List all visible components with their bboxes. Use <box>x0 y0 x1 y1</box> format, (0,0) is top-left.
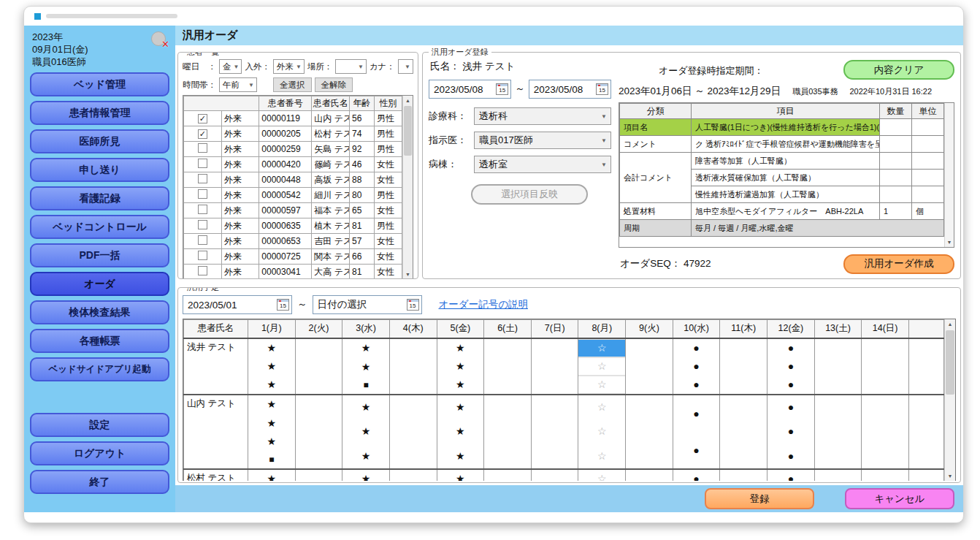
sidebar-item-bed-control[interactable]: ベッドコントロール <box>30 215 169 239</box>
row-checkbox[interactable] <box>198 251 207 260</box>
schedule-date-to-input[interactable]: 日付の選択 15 <box>313 295 422 314</box>
calendar-day-cell[interactable]: ☆ <box>578 469 626 482</box>
calendar-day-cell[interactable]: ★★■ <box>342 338 390 395</box>
order-date-from-input[interactable]: 2023/05/08 15 <box>429 80 511 99</box>
row-checkbox[interactable]: ✓ <box>198 114 207 123</box>
scroll-down-icon[interactable]: ▼ <box>945 237 954 247</box>
calendar-day-cell[interactable]: ★ <box>248 469 296 482</box>
calendar-day-cell[interactable] <box>720 469 767 482</box>
sidebar-item-forms[interactable]: 各種帳票 <box>30 329 169 353</box>
calendar-day-cell[interactable]: ☆☆☆ <box>578 395 626 469</box>
kana-filter-select[interactable]: ▼ <box>398 59 413 74</box>
patient-row[interactable]: 外来00000542細川 テスト80男性 <box>184 188 402 203</box>
department-select[interactable]: 透析科▼ <box>474 107 611 125</box>
calendar-day-cell[interactable] <box>389 395 437 469</box>
detail-scrollbar[interactable]: ▼ <box>944 103 954 247</box>
scroll-down-icon[interactable]: ▼ <box>403 270 413 279</box>
calendar-icon[interactable]: 15 <box>407 299 419 311</box>
calendar-day-cell[interactable] <box>862 338 909 395</box>
row-checkbox[interactable] <box>198 220 207 229</box>
calendar-day-cell[interactable] <box>531 338 578 395</box>
calendar-cell[interactable]: ☆ <box>578 357 625 376</box>
sidebar-item-handover[interactable]: 申し送り <box>30 158 169 182</box>
calendar-day-cell[interactable] <box>531 469 578 482</box>
patient-row[interactable]: 外来00000653吉田 テスト57女性 <box>184 234 402 249</box>
cancel-button[interactable]: キャンセル <box>845 488 954 509</box>
patient-row[interactable]: 外来00000259矢島 テスト92男性 <box>184 142 402 157</box>
calendar-cell-selected[interactable]: ☆ <box>578 339 625 357</box>
ward-select[interactable]: 透析室▼ <box>474 156 611 173</box>
row-checkbox[interactable] <box>198 205 207 214</box>
row-checkbox[interactable] <box>198 159 207 168</box>
sidebar-item-doctor-findings[interactable]: 医師所見 <box>30 129 169 153</box>
sidebar-item-patient-info[interactable]: 患者情報管理 <box>30 101 169 125</box>
patient-row[interactable]: 外来00003041大高 テスト81女性 <box>184 265 402 280</box>
calendar-day-cell[interactable] <box>295 469 342 482</box>
calendar-day-cell[interactable] <box>626 338 673 395</box>
sidebar-item-specimen-results[interactable]: 検体検査結果 <box>30 300 169 324</box>
row-checkbox[interactable] <box>198 174 207 183</box>
calendar-cell[interactable]: ☆ <box>578 376 625 394</box>
register-button[interactable]: 登録 <box>705 488 814 509</box>
calendar-day-cell[interactable]: ●●● <box>767 338 815 395</box>
calendar-day-cell[interactable] <box>484 469 532 482</box>
calendar-day-cell[interactable] <box>484 395 532 469</box>
calendar-day-cell[interactable]: ★★★ <box>342 395 390 469</box>
patient-row[interactable]: ✓外来00000205松村 テスト74男性 <box>184 126 402 142</box>
scrollbar-thumb[interactable] <box>404 106 412 156</box>
calendar-day-cell[interactable] <box>862 395 909 469</box>
sidebar-item-order[interactable]: オーダ <box>30 272 169 296</box>
sidebar-item-bedside-app[interactable]: ベッドサイドアプリ起動 <box>30 357 169 381</box>
calendar-day-cell[interactable]: ★★★ <box>248 338 296 395</box>
calendar-day-cell[interactable]: ●●● <box>767 395 815 469</box>
calendar-day-cell[interactable] <box>814 395 862 469</box>
row-checkbox[interactable] <box>198 266 207 275</box>
row-checkbox[interactable] <box>198 189 207 199</box>
patient-row[interactable]: 外来00000635植木 テスト81男性 <box>184 218 402 234</box>
calendar-day-cell[interactable]: ★ <box>437 469 484 482</box>
patient-row[interactable]: 外来00000448高坂 テスト88女性 <box>184 172 402 188</box>
calendar-day-cell[interactable]: ★★★■ <box>248 395 296 469</box>
calendar-day-cell[interactable]: ●● <box>673 395 720 469</box>
time-filter-select[interactable]: 午前▼ <box>219 77 257 92</box>
scroll-down-icon[interactable]: ▼ <box>945 471 955 481</box>
sidebar-item-settings[interactable]: 設定 <box>30 413 169 437</box>
row-checkbox[interactable] <box>198 235 207 245</box>
clear-content-button[interactable]: 内容クリア <box>843 60 954 80</box>
sidebar-item-logout[interactable]: ログアウト <box>30 441 169 465</box>
sidebar-item-nursing-record[interactable]: 看護記録 <box>30 186 169 210</box>
calendar-day-cell[interactable]: ● <box>673 469 720 482</box>
calendar-day-cell[interactable] <box>389 338 437 395</box>
calendar-scrollbar[interactable]: ▲ ▼ <box>944 319 955 481</box>
calendar-day-cell[interactable] <box>531 395 578 469</box>
sidebar-item-pdf-batch[interactable]: PDF一括 <box>30 243 169 267</box>
calendar-day-cell[interactable] <box>862 469 909 482</box>
clear-all-button[interactable]: 全解除 <box>315 77 353 92</box>
calendar-day-cell[interactable] <box>814 338 862 395</box>
patient-row[interactable]: ✓外来00000119山内 テスト56男性 <box>184 111 402 126</box>
weekday-filter-select[interactable]: 金▼ <box>219 59 242 74</box>
patient-row[interactable]: 外来00000597福本 テスト65女性 <box>184 203 402 218</box>
calendar-day-cell[interactable]: ☆☆☆ <box>578 338 626 395</box>
scrollbar-thumb[interactable] <box>946 330 954 395</box>
doctor-select[interactable]: 職員017医師▼ <box>474 132 611 149</box>
patient-row[interactable]: 外来00000725関本 テスト66女性 <box>184 249 402 265</box>
place-filter-select[interactable]: ▼ <box>335 59 366 74</box>
patient-row[interactable]: 外来00000420篠崎 テスト46女性 <box>184 157 402 172</box>
scroll-up-icon[interactable]: ▲ <box>945 319 955 329</box>
create-order-button[interactable]: 汎用オーダ作成 <box>843 254 954 274</box>
schedule-date-from-input[interactable]: 2023/05/01 15 <box>183 295 292 314</box>
calendar-day-cell[interactable] <box>484 338 532 395</box>
order-date-to-input[interactable]: 2023/05/08 15 <box>529 80 611 99</box>
sidebar-item-bed-management[interactable]: ベッド管理 <box>30 72 169 96</box>
calendar-day-cell[interactable]: ●●● <box>673 338 720 395</box>
sidebar-item-exit[interactable]: 終了 <box>30 470 169 494</box>
reflect-selected-items-button[interactable]: 選択項目反映 <box>471 184 588 205</box>
calendar-day-cell[interactable] <box>626 469 673 482</box>
inout-filter-select[interactable]: 外来▼ <box>273 59 305 74</box>
row-checkbox[interactable]: ✓ <box>198 129 207 139</box>
calendar-day-cell[interactable]: ★ <box>342 469 390 482</box>
calendar-day-cell[interactable]: ★★★ <box>437 338 484 395</box>
order-symbol-legend-link[interactable]: オーダー記号の説明 <box>439 298 528 311</box>
select-all-button[interactable]: 全選択 <box>273 77 312 92</box>
